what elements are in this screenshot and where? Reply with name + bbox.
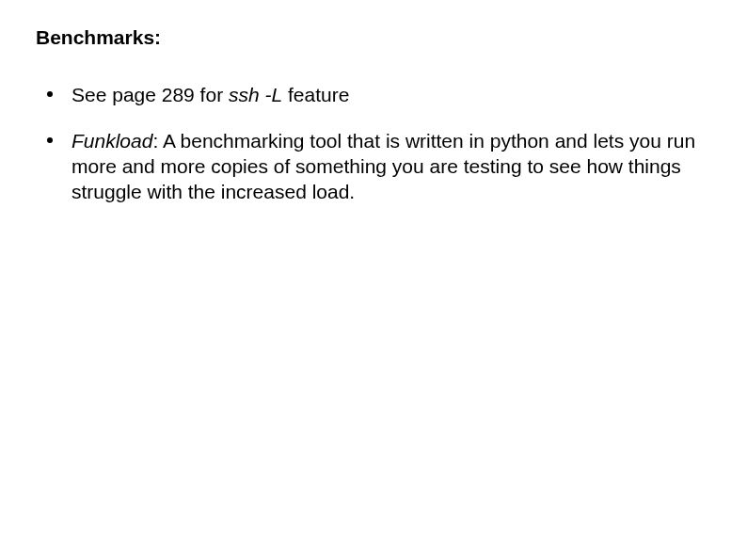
page-heading: Benchmarks: [36,26,711,49]
list-item: Funkload: A benchmarking tool that is wr… [47,129,711,205]
item-text-prefix: See page 289 for [72,84,229,105]
item-text-suffix: : A benchmarking tool that is written in… [72,130,695,202]
item-text-italic: ssh -L [229,84,282,105]
bullet-list: See page 289 for ssh -L feature Funkload… [36,83,711,205]
bullet-icon [47,137,53,143]
item-text-suffix: feature [282,84,349,105]
bullet-icon [47,91,53,97]
list-item: See page 289 for ssh -L feature [47,83,711,108]
item-text-italic: Funkload [72,130,152,152]
